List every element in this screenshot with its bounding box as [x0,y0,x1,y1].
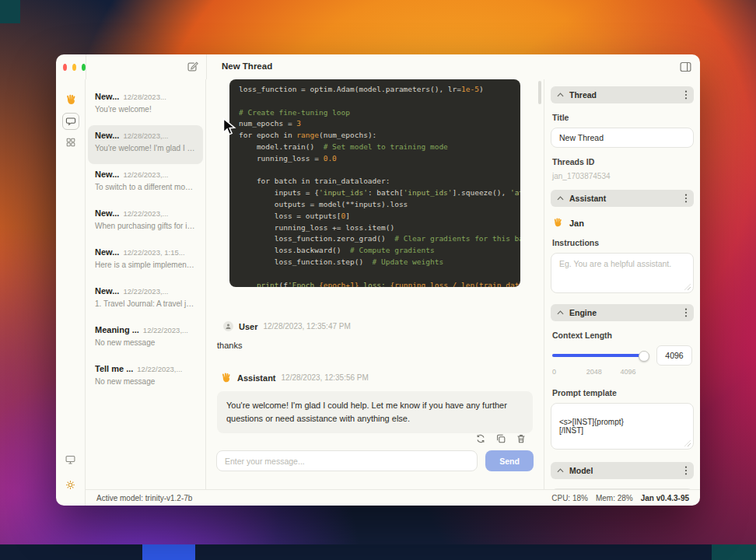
code-line: running_loss = 0.0 [239,153,511,165]
thread-list: New...12/28/2023...You're welcome!New...… [86,79,206,489]
slider-knob[interactable] [639,351,649,362]
code-line: print(f'Epoch {epoch+1} loss: {running_l… [239,280,511,287]
thread-date: 12/26/2023,... [123,170,168,179]
thread-preview: No new message [95,338,196,347]
chevron-up-icon [557,196,564,201]
thread-list-item[interactable]: New...12/28/2023...You're welcome! [88,86,203,125]
messages: User 12/28/2023, 12:35:47 PM thanks Assi… [206,321,544,433]
close-window-button[interactable] [63,64,67,71]
kebab-menu-icon[interactable] [684,466,688,475]
threads-id-value: jan_1703874534 [552,172,692,180]
desktop-corner-square [0,0,20,23]
thread-section-header[interactable]: Thread [551,86,694,103]
section-title: Thread [569,90,597,100]
desktop-dock-item-teal [712,544,756,560]
thread-preview: You're welcome! I'm glad I cou... [95,144,196,152]
threads-nav-icon[interactable] [62,113,79,130]
assistant-identity: Jan [552,217,692,229]
desktop-dock-item-blue [142,544,195,560]
prompt-template-textarea[interactable]: <s>[INST]{prompt} [/INST] [551,403,694,450]
slider-fill [552,354,644,357]
app-version: Jan v0.4.3-95 [641,494,689,502]
chat-area: loss_function = optim.Adam(model.paramet… [206,79,544,489]
thread-date: 12/22/2023,... [123,287,168,296]
message-input[interactable] [216,450,478,471]
thread-list-item[interactable]: New...12/22/2023,...When purchasing gift… [88,203,203,242]
settings-gear-icon[interactable] [62,476,79,493]
thread-list-item[interactable]: New...12/22/2023, 1:15...Here is a simpl… [88,242,203,281]
thread-preview: You're welcome! [95,105,196,114]
engine-section-header[interactable]: Engine [551,304,694,321]
thread-preview: To switch to a different model,... [95,183,196,191]
code-line: model.train() # Set model to training mo… [239,142,511,153]
resize-grip-icon[interactable] [684,440,691,446]
titlebar-divider [206,54,207,79]
new-thread-compose-icon[interactable] [185,60,199,74]
regenerate-icon[interactable] [474,432,486,444]
titlebar: New Thread [56,54,700,79]
thread-preview: 1. Travel Journal: A travel journ... [95,299,196,308]
prompt-template-value: <s>[INST]{prompt} [/INST] [559,418,624,435]
desktop-bottom-strip [0,544,756,560]
memory-usage: Mem: 28% [596,494,633,502]
thread-date: 12/22/2023,... [143,326,188,334]
status-bar: Active model: trinity-v1.2-7b CPU: 18% M… [86,489,700,506]
kebab-menu-icon[interactable] [684,308,688,317]
kebab-menu-icon[interactable] [684,90,688,100]
thread-preview: No new message [95,377,196,386]
assistant-hand-icon [220,372,232,383]
instructions-placeholder: Eg. You are a helpful assistant. [559,259,671,268]
jan-app-window: New Thread [56,54,700,506]
user-message-text: thanks [217,341,533,350]
thread-title: New... [95,286,119,296]
active-model-status: Active model: trinity-v1.2-7b [96,494,192,502]
thread-preview: Here is a simple implementati... [95,261,196,269]
chat-scrollbar[interactable] [538,81,541,104]
prompt-template-label: Prompt template [552,388,692,397]
thread-list-item[interactable]: New...12/26/2023,...To switch to a diffe… [88,164,203,203]
thread-title: New... [95,208,119,218]
assistant-message-header: Assistant 12/28/2023, 12:35:56 PM [217,372,533,383]
thread-title: New... [95,92,119,101]
context-length-value: 4096 [656,345,692,366]
message-input-row: Send [216,450,534,471]
chevron-up-icon [557,310,564,315]
section-title: Assistant [569,194,606,203]
code-line: loss = outputs[0] [239,211,511,222]
thread-list-item[interactable]: Meaning ...12/22/2023,...No new message [88,320,203,359]
thread-title: New... [95,170,119,179]
thread-title-input[interactable] [551,128,694,148]
minimize-window-button[interactable] [72,64,76,71]
context-length-label: Context Length [552,331,692,340]
message-role: Assistant [237,373,276,383]
window-title: New Thread [222,61,272,71]
thread-date: 12/28/2023... [123,93,166,101]
kebab-menu-icon[interactable] [684,194,688,203]
thread-list-item[interactable]: Tell me ...12/22/2023,...No new message [88,359,203,397]
instructions-textarea[interactable]: Eg. You are a helpful assistant. [551,253,694,293]
code-line [239,96,511,107]
send-button[interactable]: Send [485,450,534,471]
assistant-section-header[interactable]: Assistant [551,190,694,207]
code-line: outputs = model(**inputs).loss [239,199,511,211]
system-monitor-icon[interactable] [62,451,79,468]
chevron-up-icon [557,468,564,473]
code-line: loss.backward() # Compute gradients [239,245,511,257]
hub-nav-icon[interactable] [62,134,79,151]
copy-icon[interactable] [495,432,506,444]
model-section-header[interactable]: Model [551,462,694,479]
thread-title: New... [95,247,119,257]
message-actions [474,432,527,444]
thread-title: Tell me ... [95,364,133,373]
thread-list-item[interactable]: New...12/28/2023,...You're welcome! I'm … [88,125,203,164]
code-line [239,268,511,280]
thread-title: Meaning ... [95,325,139,334]
resize-grip-icon[interactable] [684,284,691,290]
delete-icon[interactable] [515,432,527,444]
thread-list-item[interactable]: New...12/22/2023,...1. Travel Journal: A… [88,281,203,320]
cpu-usage: CPU: 18% [551,494,588,502]
thread-date: 12/22/2023,... [137,365,182,373]
right-panel-toggle-icon[interactable] [679,61,692,73]
code-line: loss_function.step() # Update weights [239,257,511,268]
context-length-slider[interactable] [552,350,649,361]
